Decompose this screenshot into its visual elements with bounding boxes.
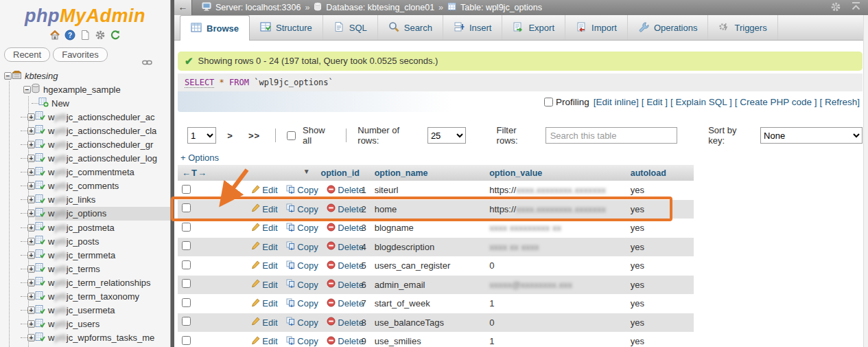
link-panel-icon[interactable] bbox=[142, 58, 152, 68]
delete-action[interactable]: Delete bbox=[327, 185, 364, 196]
tree-table-item[interactable]: + wpl9jc_links bbox=[0, 193, 170, 207]
tab-search[interactable]: Search bbox=[378, 15, 443, 40]
filter-rows-input[interactable] bbox=[546, 127, 678, 144]
expand-box-icon[interactable]: + bbox=[27, 238, 35, 245]
refresh-icon[interactable] bbox=[110, 30, 121, 41]
copy-action[interactable]: Copy bbox=[286, 241, 318, 252]
next-page-button[interactable]: > bbox=[223, 131, 237, 141]
table-name[interactable]: wpl9jc_actionscheduler_ac bbox=[48, 112, 154, 122]
table-name[interactable]: wpl9jc_commentmeta bbox=[48, 167, 134, 177]
tree-server-row[interactable]: − kbtesing bbox=[0, 69, 170, 82]
breadcrumb-table[interactable]: Table: wpl9jc_options bbox=[460, 3, 542, 12]
column-header-autoload[interactable]: autoload bbox=[626, 165, 694, 181]
delete-action[interactable]: Delete bbox=[327, 279, 364, 290]
expand-box-icon[interactable]: + bbox=[27, 127, 35, 135]
copy-action[interactable]: Copy bbox=[286, 317, 318, 328]
tab-import[interactable]: Import bbox=[565, 15, 628, 40]
settings-gear-icon[interactable] bbox=[95, 30, 106, 41]
column-header-option-value[interactable]: option_value bbox=[485, 165, 626, 181]
documentation-icon[interactable] bbox=[80, 30, 91, 41]
tab-operations[interactable]: Operations bbox=[628, 15, 709, 40]
table-name[interactable]: wpl9jc_postmeta bbox=[48, 223, 115, 233]
sort-by-key-select[interactable]: None bbox=[760, 127, 863, 144]
tree-table-item[interactable]: + wpl9jc_actionscheduler_ac bbox=[0, 110, 170, 124]
table-name[interactable]: wpl9jc_users bbox=[48, 319, 99, 329]
table-name[interactable]: wpl9jc_terms bbox=[48, 264, 100, 274]
tree-table-item[interactable]: + wpl9jc_postmeta bbox=[0, 221, 170, 234]
tree-new-table-row[interactable]: New bbox=[0, 96, 170, 110]
delete-action[interactable]: Delete bbox=[327, 223, 364, 234]
table-name[interactable]: wpl9jc_comments bbox=[48, 181, 119, 191]
edit-action[interactable]: Edit bbox=[251, 203, 277, 214]
copy-action[interactable]: Copy bbox=[286, 279, 318, 290]
table-name[interactable]: wpl9jc_posts bbox=[48, 236, 99, 247]
tab-insert[interactable]: Insert bbox=[443, 15, 503, 40]
table-name[interactable]: wpl9jc_actionscheduler_cla bbox=[48, 126, 156, 136]
column-header-option-name[interactable]: option_name bbox=[371, 165, 485, 181]
tree-table-item[interactable]: + wpl9jc_posts bbox=[0, 234, 170, 248]
collapse-top-icon[interactable] bbox=[851, 1, 861, 14]
tree-table-item[interactable]: + wpl9jc_actionscheduler_log bbox=[0, 152, 170, 166]
create-php-code-link[interactable]: [ Create PHP code ] bbox=[735, 97, 817, 107]
tree-table-item[interactable]: + wpl9jc_actionscheduler_cla bbox=[0, 124, 170, 137]
expand-box-icon[interactable]: + bbox=[27, 320, 35, 328]
tree-table-item[interactable]: + wpl9jc_options bbox=[0, 207, 170, 221]
delete-action[interactable]: Delete bbox=[327, 203, 364, 214]
table-name[interactable]: wpl9jc_links bbox=[48, 194, 95, 205]
rows-per-page-select[interactable]: 25 bbox=[427, 127, 466, 144]
expand-box-icon[interactable]: + bbox=[27, 293, 35, 300]
row-checkbox[interactable] bbox=[182, 223, 191, 232]
expand-box-icon[interactable]: + bbox=[27, 334, 35, 342]
column-header-option-id[interactable]: option_id bbox=[317, 165, 371, 181]
expand-box-icon[interactable]: + bbox=[27, 168, 35, 176]
expand-box-icon[interactable]: + bbox=[27, 155, 35, 162]
expand-box-icon[interactable]: + bbox=[27, 224, 35, 232]
tab-structure[interactable]: Structure bbox=[250, 15, 323, 40]
tree-table-item[interactable]: + wpl9jc_comments bbox=[0, 179, 170, 193]
refresh-link[interactable]: [ Refresh] bbox=[819, 97, 860, 107]
delete-action[interactable]: Delete bbox=[327, 317, 364, 328]
copy-action[interactable]: Copy bbox=[286, 185, 318, 196]
server-name[interactable]: kbtesing bbox=[25, 71, 58, 81]
tree-table-item[interactable]: + wpl9jc_wpforms_tasks_me bbox=[0, 331, 170, 345]
tree-table-item[interactable]: + wpl9jc_term_relationships bbox=[0, 276, 170, 289]
copy-action[interactable]: Copy bbox=[286, 298, 318, 309]
expand-box-icon[interactable]: + bbox=[27, 251, 35, 259]
expand-box-icon[interactable]: + bbox=[27, 265, 35, 273]
recent-button[interactable]: Recent bbox=[4, 47, 50, 62]
delete-action[interactable]: Delete bbox=[327, 336, 364, 347]
collapse-box-icon[interactable]: − bbox=[4, 72, 12, 80]
table-name[interactable]: wpl9jc_term_relationships bbox=[48, 278, 151, 288]
main-scrollbar[interactable] bbox=[863, 15, 868, 347]
column-controls-header[interactable]: ←T→ ▼ bbox=[178, 165, 317, 181]
row-checkbox[interactable] bbox=[182, 185, 191, 194]
sort-arrow-icon[interactable]: ▼ bbox=[303, 168, 310, 175]
expand-box-icon[interactable]: + bbox=[27, 182, 35, 190]
row-checkbox[interactable] bbox=[182, 241, 191, 250]
help-icon[interactable]: ? bbox=[64, 30, 75, 41]
row-checkbox[interactable] bbox=[182, 336, 191, 345]
row-checkbox[interactable] bbox=[182, 298, 191, 307]
expand-box-icon[interactable]: + bbox=[27, 196, 35, 203]
collapse-box-icon[interactable]: − bbox=[23, 86, 31, 93]
favorites-button[interactable]: Favorites bbox=[53, 47, 107, 62]
home-icon[interactable] bbox=[49, 30, 60, 41]
explain-sql-link[interactable]: [ Explain SQL ] bbox=[670, 97, 732, 107]
expand-box-icon[interactable]: + bbox=[27, 210, 35, 217]
copy-action[interactable]: Copy bbox=[286, 336, 318, 347]
row-checkbox[interactable] bbox=[182, 260, 191, 269]
delete-action[interactable]: Delete bbox=[327, 260, 364, 271]
show-all-checkbox[interactable] bbox=[287, 131, 296, 140]
tab-export[interactable]: Export bbox=[502, 15, 565, 40]
tab-triggers[interactable]: Triggers bbox=[708, 15, 777, 40]
expand-box-icon[interactable]: + bbox=[27, 141, 35, 148]
tree-database-row[interactable]: − hgexample_sample bbox=[0, 82, 170, 96]
new-table-label[interactable]: New bbox=[51, 98, 69, 109]
tree-table-item[interactable]: + wpl9jc_usermeta bbox=[0, 304, 170, 317]
tree-table-item[interactable]: + wpl9jc_termmeta bbox=[0, 248, 170, 262]
tree-table-item[interactable]: + wpl9jc_term_taxonomy bbox=[0, 290, 170, 304]
edit-action[interactable]: Edit bbox=[251, 298, 277, 309]
tab-browse[interactable]: Browse bbox=[180, 15, 250, 41]
table-name[interactable]: wpl9jc_actionscheduler_gr bbox=[48, 139, 153, 150]
tree-table-item[interactable]: + wpl9jc_actionscheduler_gr bbox=[0, 137, 170, 151]
